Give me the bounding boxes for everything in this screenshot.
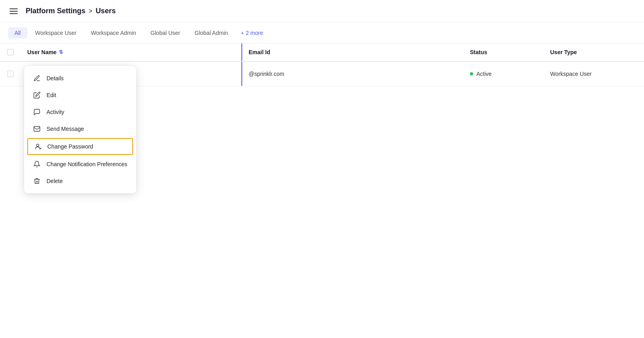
activity-icon: [33, 108, 41, 116]
menu-item-send-message-label: Send Message: [47, 126, 84, 132]
tab-global-admin[interactable]: Global Admin: [188, 27, 234, 39]
change-password-icon: [34, 143, 42, 150]
header-checkbox-cell: [0, 43, 21, 61]
status-active-dot: [470, 72, 473, 75]
row-checkbox[interactable]: [7, 71, 14, 77]
row-username-cell: ⋮ Details: [21, 62, 242, 86]
tab-global-user[interactable]: Global User: [144, 27, 186, 39]
top-bar: Platform Settings > Users: [0, 0, 644, 22]
svg-rect-0: [34, 126, 40, 131]
header-usertype: User Type: [544, 43, 644, 61]
menu-item-activity[interactable]: Activity: [24, 104, 136, 120]
tab-workspace-admin[interactable]: Workspace Admin: [85, 27, 143, 39]
breadcrumb-part1: Platform Settings: [26, 7, 85, 15]
tab-workspace-user[interactable]: Workspace User: [29, 27, 83, 39]
tabs-bar: All Workspace User Workspace Admin Globa…: [0, 22, 644, 43]
details-icon: [33, 75, 41, 82]
delete-icon: [33, 177, 41, 185]
row-status-cell: Active: [464, 62, 544, 86]
tab-all[interactable]: All: [8, 27, 27, 39]
context-menu: Details Edit: [24, 66, 136, 193]
tab-more[interactable]: + 2 more: [238, 27, 267, 39]
menu-item-change-notification-label: Change Notification Preferences: [47, 161, 128, 167]
menu-item-send-message[interactable]: Send Message: [24, 120, 136, 137]
menu-item-edit[interactable]: Edit: [24, 87, 136, 104]
menu-item-change-notification[interactable]: Change Notification Preferences: [24, 156, 136, 173]
svg-point-1: [36, 144, 39, 147]
menu-item-details-label: Details: [47, 75, 64, 81]
edit-icon: [33, 92, 41, 99]
breadcrumb-part2: Users: [95, 7, 115, 15]
row-email-cell: @sprinklr.com: [242, 62, 464, 86]
breadcrumb: Platform Settings > Users: [26, 7, 115, 15]
table-row: ⋮ Details: [0, 62, 644, 86]
table-header: User Name ⇅ Email Id Status User Type: [0, 43, 644, 62]
breadcrumb-separator: >: [89, 8, 92, 15]
menu-item-activity-label: Activity: [47, 109, 64, 115]
menu-item-delete[interactable]: Delete: [24, 173, 136, 189]
sort-icon[interactable]: ⇅: [59, 49, 63, 55]
menu-item-change-password-label: Change Password: [47, 143, 93, 150]
notification-icon: [33, 161, 41, 168]
send-message-icon: [33, 125, 41, 132]
header-email: Email Id: [242, 43, 464, 61]
menu-item-details[interactable]: Details: [24, 70, 136, 87]
menu-item-delete-label: Delete: [47, 178, 63, 184]
row-usertype-cell: Workspace User: [544, 62, 644, 86]
hamburger-menu[interactable]: [8, 7, 19, 16]
header-status: Status: [464, 43, 544, 61]
users-table: User Name ⇅ Email Id Status User Type ⋮: [0, 43, 644, 86]
header-username: User Name ⇅: [21, 43, 242, 61]
select-all-checkbox[interactable]: [7, 49, 14, 55]
menu-item-change-password[interactable]: Change Password: [27, 138, 133, 155]
menu-item-edit-label: Edit: [47, 92, 56, 98]
row-checkbox-cell: [0, 62, 21, 86]
